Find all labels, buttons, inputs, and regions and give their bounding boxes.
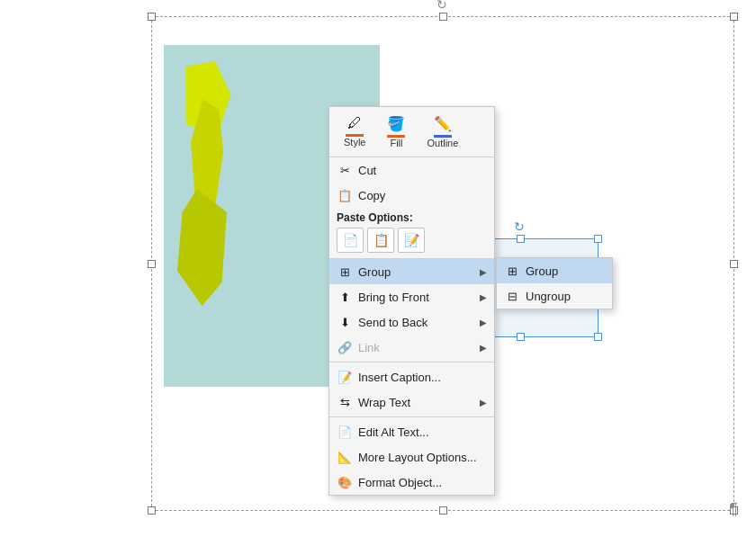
- format-object-menu-item[interactable]: 🎨 Format Object...: [329, 470, 494, 495]
- style-label: Style: [344, 137, 365, 148]
- more-layout-icon: 📐: [337, 449, 353, 465]
- paste-keep-source-btn[interactable]: 📄: [337, 228, 364, 253]
- link-label: Link: [358, 341, 474, 354]
- ungroup-icon: ⊟: [504, 288, 520, 304]
- handle-tr[interactable]: [730, 13, 738, 21]
- insert-caption-icon: 📝: [337, 369, 353, 385]
- separator-2: [329, 416, 494, 417]
- bring-to-front-menu-item[interactable]: ⬆ Bring to Front ▶: [329, 284, 494, 309]
- handle-ml[interactable]: [148, 260, 156, 268]
- handle-bl[interactable]: [148, 506, 156, 515]
- outline-icon: ✏️: [434, 115, 452, 132]
- copy-icon: 📋: [337, 187, 353, 203]
- style-icon: 🖊: [347, 115, 362, 131]
- outer-rotate-handle[interactable]: ↻: [436, 0, 447, 12]
- insert-caption-menu-item[interactable]: 📝 Insert Caption...: [329, 364, 494, 389]
- handle-tl[interactable]: [148, 13, 156, 21]
- bring-to-front-arrow-icon: ▶: [480, 292, 487, 302]
- handle-tc[interactable]: [439, 13, 447, 21]
- edit-alt-text-menu-item[interactable]: 📄 Edit Alt Text...: [329, 419, 494, 444]
- outline-label: Outline: [427, 138, 458, 148]
- fill-button[interactable]: 🪣 Fill: [380, 112, 412, 151]
- edit-alt-text-icon: 📄: [337, 424, 353, 440]
- cut-menu-item[interactable]: ✂ Cut: [329, 157, 494, 183]
- group-submenu-group-item[interactable]: ⊞ Group: [497, 258, 612, 283]
- group-icon: ⊞: [337, 264, 353, 280]
- inner-handle-bc[interactable]: [517, 333, 525, 341]
- yellow-mark-3: [177, 189, 227, 306]
- group-menu-item[interactable]: ⊞ Group ▶ ⊞ Group ⊟ Ungroup: [329, 259, 494, 284]
- more-layout-label: More Layout Options...: [358, 451, 487, 464]
- wrap-text-icon: ⇆: [337, 394, 353, 410]
- handle-bc[interactable]: [439, 506, 447, 515]
- paste-merge-btn[interactable]: 📋: [367, 228, 394, 253]
- link-arrow-icon: ▶: [480, 343, 487, 353]
- handle-mr[interactable]: [730, 260, 738, 268]
- group-submenu-icon: ⊞: [504, 263, 520, 279]
- fill-label: Fill: [390, 138, 402, 148]
- send-to-back-arrow-icon: ▶: [480, 318, 487, 327]
- send-to-back-icon: ⬇: [337, 314, 353, 330]
- paragraph-mark: ¶: [729, 500, 738, 519]
- link-menu-item: 🔗 Link ▶: [329, 335, 494, 360]
- cut-icon: ✂: [337, 162, 353, 178]
- separator-1: [329, 362, 494, 363]
- group-label: Group: [358, 265, 474, 279]
- outline-button[interactable]: ✏️ Outline: [419, 112, 465, 151]
- wrap-text-arrow-icon: ▶: [480, 398, 487, 407]
- bring-to-front-label: Bring to Front: [358, 291, 474, 304]
- wrap-text-menu-item[interactable]: ⇆ Wrap Text ▶: [329, 389, 494, 415]
- paste-options-label: Paste Options:: [337, 211, 487, 224]
- send-to-back-menu-item[interactable]: ⬇ Send to Back ▶: [329, 309, 494, 335]
- group-submenu: ⊞ Group ⊟ Ungroup: [496, 257, 613, 309]
- ungroup-submenu-item[interactable]: ⊟ Ungroup: [497, 283, 612, 309]
- paste-icons-row: 📄 📋 📝: [337, 228, 487, 253]
- inner-handle-tr[interactable]: [594, 235, 602, 243]
- format-object-label: Format Object...: [358, 476, 487, 489]
- ungroup-label: Ungroup: [526, 290, 605, 303]
- context-toolbar-section: 🖊 Style 🪣 Fill ✏️ Outline: [329, 107, 494, 157]
- edit-alt-text-label: Edit Alt Text...: [358, 425, 487, 439]
- inner-rotate-handle[interactable]: ↻: [514, 219, 525, 234]
- cut-label: Cut: [358, 164, 487, 177]
- paste-section: Paste Options: 📄 📋 📝: [329, 208, 494, 259]
- wrap-text-label: Wrap Text: [358, 396, 474, 409]
- send-to-back-label: Send to Back: [358, 316, 474, 329]
- bring-to-front-icon: ⬆: [337, 289, 353, 305]
- fill-icon: 🪣: [387, 115, 405, 132]
- link-icon: 🔗: [337, 339, 353, 355]
- group-submenu-group-label: Group: [526, 264, 605, 278]
- paste-text-only-btn[interactable]: 📝: [398, 228, 425, 253]
- context-menu: 🖊 Style 🪣 Fill ✏️ Outline ✂ Cut 📋 Copy: [328, 106, 495, 496]
- inner-handle-tc[interactable]: [517, 235, 525, 243]
- copy-label: Copy: [358, 189, 487, 202]
- canvas-area: ↻ ↻ ¶ 🖊 Style 🪣: [0, 0, 756, 546]
- inner-handle-br[interactable]: [594, 333, 602, 341]
- insert-caption-label: Insert Caption...: [358, 371, 487, 384]
- format-object-icon: 🎨: [337, 474, 353, 490]
- group-arrow-icon: ▶: [480, 267, 487, 277]
- style-button[interactable]: 🖊 Style: [337, 112, 373, 151]
- more-layout-menu-item[interactable]: 📐 More Layout Options...: [329, 444, 494, 470]
- copy-menu-item[interactable]: 📋 Copy: [329, 183, 494, 208]
